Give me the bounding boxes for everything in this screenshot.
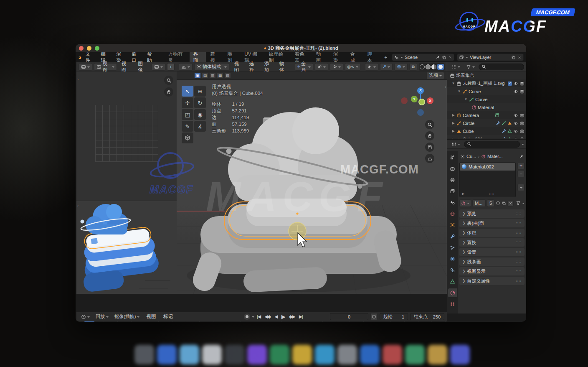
render-visibility-icon[interactable]	[520, 81, 525, 86]
outliner-row-camera[interactable]: ▶ Camera	[447, 111, 526, 119]
panel-settings[interactable]: ❯设置∷∷	[459, 248, 525, 256]
tab-texture[interactable]	[448, 300, 457, 308]
unlink-material-button[interactable]	[507, 200, 514, 206]
measure-tool[interactable]: ∡	[194, 121, 206, 132]
current-frame-marker[interactable]: 0	[84, 321, 95, 322]
viewlayer-selector[interactable]: ViewLayer	[457, 54, 524, 61]
hide-eye-icon[interactable]	[513, 113, 518, 118]
render-visibility-icon[interactable]	[520, 137, 525, 139]
frame-start-field[interactable]: 起始1	[380, 313, 408, 320]
tab-object[interactable]	[448, 221, 457, 229]
properties-search-input[interactable]	[464, 141, 520, 148]
breadcrumb-object[interactable]: Cu...	[466, 154, 476, 159]
camera-view-button[interactable]	[425, 143, 434, 152]
jump-to-start-button[interactable]: |◀	[256, 314, 262, 319]
material-users-count[interactable]: 5	[487, 199, 494, 207]
hide-eye-icon[interactable]	[513, 81, 518, 86]
hide-eye-icon[interactable]	[513, 137, 518, 139]
slot-specials-button[interactable]	[517, 184, 525, 191]
xray-toggle[interactable]: ⧉	[409, 63, 417, 71]
preview-viewport[interactable]: ›	[76, 201, 177, 294]
editor-type-button[interactable]	[179, 63, 193, 71]
render-visibility-icon[interactable]	[520, 113, 525, 118]
next-keyframe-button[interactable]: ◆▶	[288, 314, 297, 319]
scale-tool[interactable]: ◰	[182, 109, 193, 120]
tab-object-data[interactable]	[448, 277, 457, 286]
panel-line-art[interactable]: ❯线条画∷∷	[459, 257, 525, 266]
hide-eye-icon[interactable]	[513, 121, 518, 126]
new-viewlayer-icon[interactable]	[511, 55, 516, 60]
outliner-row-svg-collection[interactable]: ▼ 未标题-1_画板 1.svg ✓	[447, 79, 526, 87]
panel-custom-properties[interactable]: ❯自定义属性∷∷	[459, 277, 525, 285]
expand-arrow[interactable]: ▼	[451, 82, 455, 85]
pan-tool-button[interactable]	[164, 87, 173, 97]
new-scene-icon[interactable]	[442, 55, 446, 60]
editor-type-button[interactable]	[79, 313, 92, 321]
new-image-button[interactable]: +	[167, 63, 175, 71]
gizmo-z-neg[interactable]	[417, 109, 424, 116]
outliner-row-scene-collection[interactable]: 场景集合	[447, 71, 526, 79]
gizmo-x-axis[interactable]: X	[427, 97, 433, 104]
expand-arrow[interactable]: ▶	[451, 113, 455, 117]
proportional-edit-dropdown[interactable]: ◎∿	[345, 63, 361, 71]
material-filter-icon[interactable]	[516, 201, 521, 206]
jump-to-end-button[interactable]: ▶|	[298, 314, 304, 319]
fake-user-shield-icon[interactable]	[496, 201, 500, 206]
outliner-row-cube001[interactable]: ▶ Cube.001	[447, 135, 526, 138]
region-collapse-chevron[interactable]: ›	[77, 77, 79, 82]
play-reverse-button[interactable]: ◀	[273, 314, 279, 319]
tab-constraints[interactable]	[448, 266, 457, 275]
select-extend-button[interactable]: ▤	[202, 72, 208, 79]
tab-scene[interactable]	[448, 198, 457, 207]
browse-material-button[interactable]	[459, 199, 471, 207]
select-intersect-button[interactable]: ▧	[224, 72, 231, 79]
panel-displacement[interactable]: ❯置换∷∷	[459, 238, 525, 247]
add-slot-button[interactable]: +	[517, 162, 525, 169]
addon-menu[interactable]: 万物有灵	[165, 51, 189, 64]
remove-slot-button[interactable]: −	[517, 170, 525, 177]
material-name-field[interactable]: M...	[472, 199, 486, 207]
transform-pivot-dropdown[interactable]	[315, 63, 328, 71]
navigation-gizmo[interactable]: Z X Y	[406, 87, 435, 117]
tab-particles[interactable]	[448, 243, 457, 252]
tab-material[interactable]	[448, 288, 457, 297]
panel-surface[interactable]: ❯表(曲)面∷∷	[459, 219, 525, 227]
play-button[interactable]: ▶	[280, 313, 286, 320]
tab-modifiers[interactable]	[448, 232, 457, 241]
outliner-row-material[interactable]: Material	[447, 103, 526, 111]
timeline-view-menu[interactable]: 视图	[143, 313, 159, 320]
expand-arrow[interactable]: ▼	[457, 89, 461, 93]
breadcrumb-material[interactable]: Mater...	[487, 154, 503, 159]
timeline-marker-menu[interactable]: 标记	[160, 313, 176, 320]
tab-render[interactable]	[448, 164, 457, 173]
scene-selector[interactable]: Scene	[392, 54, 454, 61]
keying-set-dropdown[interactable]	[252, 316, 254, 319]
panel-preview[interactable]: ❯预览∷∷	[459, 209, 525, 218]
tab-physics[interactable]	[448, 255, 457, 263]
gizmo-y-axis[interactable]: Y	[411, 96, 418, 102]
render-visibility-icon[interactable]	[520, 121, 525, 126]
menu-file[interactable]: 文件	[82, 51, 97, 64]
select-menu[interactable]: 选择	[246, 61, 260, 73]
current-frame-field[interactable]: 0	[330, 313, 368, 320]
pin-icon[interactable]	[519, 154, 524, 159]
outliner-search-input[interactable]	[479, 64, 524, 70]
gizmo-x-neg[interactable]	[401, 97, 408, 104]
playback-menu[interactable]: 回放	[94, 313, 111, 321]
hide-eye-icon[interactable]	[513, 129, 518, 134]
render-visibility-icon[interactable]	[520, 129, 525, 134]
outliner-row-curve-object[interactable]: ▼ Curve	[447, 87, 526, 95]
image-mode-dropdown[interactable]: 视图	[94, 63, 117, 71]
titlebar[interactable]: ◕ 3D 商务金融展台-王珏- (2).blend	[76, 44, 526, 52]
editor-type-button[interactable]	[449, 140, 462, 148]
outliner-row-curve-data[interactable]: ▼ Curve	[447, 95, 526, 103]
outliner-filter-button[interactable]	[464, 63, 477, 71]
shading-solid-button[interactable]	[426, 64, 431, 69]
expand-arrow[interactable]: ▶	[451, 121, 455, 125]
shading-wireframe-button[interactable]	[420, 64, 425, 69]
render-visibility-icon[interactable]	[520, 89, 525, 94]
shading-rendered-button[interactable]	[437, 64, 444, 70]
transform-tool[interactable]: ◉	[194, 109, 206, 120]
select-box-tool[interactable]: ↖	[182, 86, 193, 97]
copy-material-icon[interactable]	[502, 201, 506, 206]
